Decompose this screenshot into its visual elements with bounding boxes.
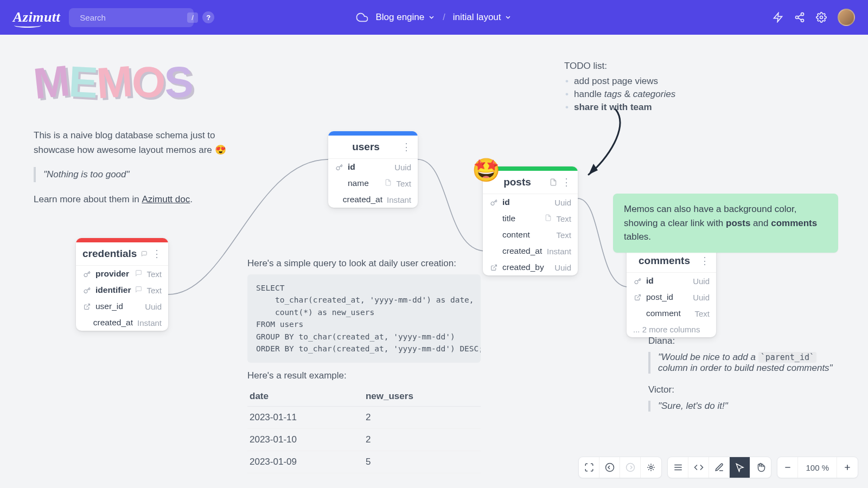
column-type: Instant (547, 247, 571, 256)
star-emoji: 🤩 (472, 157, 500, 183)
column-type: Uuid (693, 293, 710, 302)
memos-heading: MEMOS (34, 57, 192, 107)
column-row[interactable]: idUuid (627, 273, 716, 289)
column-row[interactable]: user_idUuid (76, 298, 168, 314)
note-icon (385, 178, 392, 188)
svg-point-13 (626, 464, 634, 472)
column-name: created_at (502, 246, 542, 256)
table-row: 2023-01-102 (247, 428, 481, 451)
gear-icon[interactable] (816, 12, 827, 23)
svg-point-4 (796, 16, 799, 19)
query-result-intro: Here's a result example: (247, 370, 481, 381)
external-link-icon (633, 294, 642, 301)
column-row[interactable]: post_idUuid (627, 289, 716, 305)
svg-point-5 (801, 19, 804, 22)
external-link-icon (82, 303, 91, 310)
breadcrumb-layout[interactable]: initial layout (453, 12, 512, 23)
hand-button[interactable] (750, 457, 771, 478)
svg-line-7 (798, 15, 801, 16)
header-actions (773, 9, 855, 26)
todo-item: add post page views (574, 75, 705, 88)
note-icon (545, 214, 552, 223)
column-row[interactable]: nameText (328, 175, 418, 191)
chevron-down-icon (505, 14, 512, 21)
search-input[interactable] (80, 13, 183, 22)
column-type: Uuid (554, 198, 571, 207)
column-name: created_at (93, 318, 133, 328)
column-row[interactable]: created_atInstant (328, 191, 418, 208)
chevron-down-icon (427, 14, 435, 21)
svg-point-12 (605, 464, 614, 472)
column-row[interactable]: providerText (76, 266, 168, 282)
todo-title: TODO list: (564, 61, 705, 72)
entity-menu-icon[interactable]: ⋮ (561, 176, 571, 188)
fit-button[interactable] (641, 457, 661, 478)
breadcrumb-project[interactable]: Blog engine (375, 12, 435, 23)
column-type: Text (396, 179, 411, 188)
column-type: Uuid (394, 163, 411, 172)
entity-menu-icon[interactable]: ⋮ (401, 141, 411, 153)
column-type: Text (556, 214, 571, 223)
code-button[interactable] (688, 457, 709, 478)
intro-line1: This is a naive blog database schema jus… (34, 128, 229, 143)
key-icon (335, 164, 343, 171)
fullscreen-button[interactable] (579, 457, 599, 478)
column-name: provider (95, 269, 131, 279)
entity-comments[interactable]: comments ⋮ idUuidpost_idUuidcommentText … (627, 245, 716, 337)
entity-users[interactable]: users ⋮ idUuidnameTextcreated_atInstant (328, 131, 418, 208)
column-row[interactable]: titleText (483, 210, 578, 227)
avatar[interactable] (838, 9, 855, 26)
entity-menu-icon[interactable]: ⋮ (700, 255, 710, 267)
column-name: post_id (646, 292, 688, 302)
zoom-out-button[interactable] (777, 457, 798, 478)
entity-credentials[interactable]: credentials ⋮ providerTextidentifierText… (76, 238, 168, 331)
bolt-icon[interactable] (773, 12, 783, 23)
canvas-toolbar: 100 % (578, 457, 858, 478)
chat-icon (141, 250, 148, 258)
column-row[interactable]: idUuid (483, 194, 578, 210)
column-row[interactable]: created_atInstant (76, 314, 168, 331)
breadcrumb-layout-label: initial layout (453, 12, 501, 23)
svg-point-8 (820, 16, 823, 19)
column-row[interactable]: identifierText (76, 282, 168, 298)
more-columns[interactable]: ... 2 more columns (627, 322, 716, 337)
column-row[interactable]: contentText (483, 227, 578, 243)
share-icon[interactable] (794, 12, 805, 23)
entity-name: credentials (82, 248, 137, 260)
column-row[interactable]: created_byUuid (483, 259, 578, 275)
column-name: user_id (95, 301, 141, 311)
note-icon (135, 269, 142, 279)
column-row[interactable]: commentText (627, 305, 716, 322)
zoom-in-button[interactable] (837, 457, 858, 478)
breadcrumb: Blog engine / initial layout (356, 11, 512, 23)
todo-item: handle tags & categories (574, 88, 705, 101)
column-row[interactable]: created_atInstant (483, 243, 578, 259)
doc-link[interactable]: Azimutt doc (142, 194, 190, 204)
column-type: Text (556, 230, 571, 240)
back-button[interactable] (599, 457, 620, 478)
column-type: Text (146, 286, 162, 295)
discussion-memo: Diana: "Would be nice to add a `parent_i… (648, 336, 844, 422)
entity-menu-icon[interactable]: ⋮ (152, 248, 162, 260)
comment-quote: "Sure, let's do it!" (648, 401, 844, 412)
breadcrumb-project-label: Blog engine (375, 12, 424, 23)
entity-name: comments (633, 255, 695, 267)
column-name: id (502, 197, 550, 207)
list-button[interactable] (668, 457, 688, 478)
logo[interactable]: Azimutt (13, 9, 60, 25)
query-sql: SELECT to_char(created_at, 'yyyy-mm-dd')… (247, 274, 481, 363)
pointer-button[interactable] (730, 457, 750, 478)
column-name: id (646, 276, 688, 286)
column-name: title (502, 214, 540, 223)
column-row[interactable]: idUuid (328, 159, 418, 175)
column-type: Uuid (145, 302, 162, 311)
canvas[interactable]: MEMOS This is a naive blog database sche… (0, 35, 868, 488)
table-row: 2023-01-095 (247, 451, 481, 473)
edit-button[interactable] (709, 457, 730, 478)
cloud-icon (356, 11, 368, 23)
svg-line-11 (637, 294, 640, 298)
forward-button[interactable] (620, 457, 641, 478)
note-icon (135, 285, 142, 295)
search-box[interactable]: / (69, 8, 194, 27)
help-button[interactable]: ? (202, 11, 214, 23)
